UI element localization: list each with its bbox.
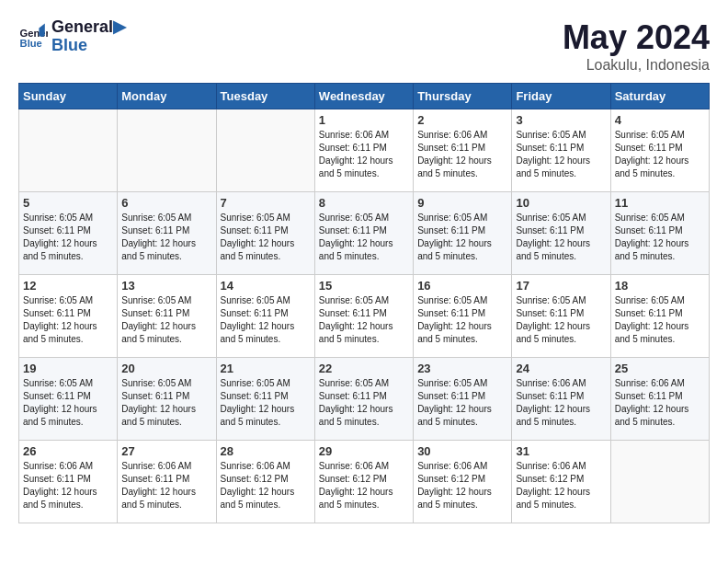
title-block: May 2024 Loakulu, Indonesia: [563, 18, 710, 74]
calendar-cell: 5Sunrise: 6:05 AM Sunset: 6:11 PM Daylig…: [19, 192, 118, 275]
day-info: Sunrise: 6:06 AM Sunset: 6:11 PM Dayligh…: [23, 460, 113, 511]
calendar-cell: 23Sunrise: 6:05 AM Sunset: 6:11 PM Dayli…: [414, 358, 512, 441]
day-info: Sunrise: 6:05 AM Sunset: 6:11 PM Dayligh…: [221, 212, 311, 263]
day-number: 4: [615, 113, 705, 127]
logo-general: General▶: [51, 18, 126, 37]
svg-text:Blue: Blue: [20, 38, 42, 49]
calendar-cell: 8Sunrise: 6:05 AM Sunset: 6:11 PM Daylig…: [314, 192, 413, 275]
logo-blue: Blue: [51, 37, 126, 55]
day-info: Sunrise: 6:06 AM Sunset: 6:11 PM Dayligh…: [516, 377, 606, 429]
day-number: 28: [221, 444, 311, 458]
calendar-cell: 30Sunrise: 6:06 AM Sunset: 6:12 PM Dayli…: [414, 441, 512, 523]
calendar-cell: [118, 109, 216, 192]
day-number: 13: [121, 279, 211, 293]
day-info: Sunrise: 6:05 AM Sunset: 6:11 PM Dayligh…: [615, 294, 705, 346]
month-title: May 2024: [563, 18, 710, 57]
weekday-header-wednesday: Wednesday: [314, 84, 413, 109]
calendar-cell: 31Sunrise: 6:06 AM Sunset: 6:12 PM Dayli…: [512, 441, 610, 523]
weekday-header-saturday: Saturday: [610, 84, 709, 109]
day-info: Sunrise: 6:06 AM Sunset: 6:11 PM Dayligh…: [121, 460, 211, 511]
day-info: Sunrise: 6:05 AM Sunset: 6:11 PM Dayligh…: [319, 294, 409, 346]
calendar-cell: 3Sunrise: 6:05 AM Sunset: 6:11 PM Daylig…: [512, 109, 610, 192]
calendar-cell: 10Sunrise: 6:05 AM Sunset: 6:11 PM Dayli…: [512, 192, 610, 275]
logo: General Blue General▶ Blue: [18, 18, 126, 55]
day-number: 2: [417, 113, 507, 127]
calendar-cell: 18Sunrise: 6:05 AM Sunset: 6:11 PM Dayli…: [610, 275, 709, 358]
day-info: Sunrise: 6:06 AM Sunset: 6:12 PM Dayligh…: [417, 460, 507, 511]
page-header: General Blue General▶ Blue May 2024 Loak…: [18, 18, 710, 74]
calendar-week-row: 26Sunrise: 6:06 AM Sunset: 6:11 PM Dayli…: [19, 441, 710, 523]
day-info: Sunrise: 6:05 AM Sunset: 6:11 PM Dayligh…: [121, 294, 211, 346]
weekday-header-sunday: Sunday: [19, 84, 118, 109]
day-info: Sunrise: 6:05 AM Sunset: 6:11 PM Dayligh…: [615, 129, 705, 180]
calendar-cell: 9Sunrise: 6:05 AM Sunset: 6:11 PM Daylig…: [414, 192, 512, 275]
calendar-cell: [19, 109, 118, 192]
day-number: 6: [121, 196, 211, 210]
calendar-cell: 4Sunrise: 6:05 AM Sunset: 6:11 PM Daylig…: [610, 109, 709, 192]
day-number: 29: [319, 444, 409, 458]
day-info: Sunrise: 6:05 AM Sunset: 6:11 PM Dayligh…: [121, 212, 211, 263]
day-number: 14: [221, 279, 311, 293]
day-number: 9: [417, 196, 507, 210]
day-number: 31: [516, 444, 606, 458]
calendar-cell: 24Sunrise: 6:06 AM Sunset: 6:11 PM Dayli…: [512, 358, 610, 441]
calendar-cell: 27Sunrise: 6:06 AM Sunset: 6:11 PM Dayli…: [118, 441, 216, 523]
day-info: Sunrise: 6:05 AM Sunset: 6:11 PM Dayligh…: [417, 212, 507, 263]
calendar-cell: 12Sunrise: 6:05 AM Sunset: 6:11 PM Dayli…: [19, 275, 118, 358]
calendar-cell: [216, 109, 314, 192]
calendar-week-row: 5Sunrise: 6:05 AM Sunset: 6:11 PM Daylig…: [19, 192, 710, 275]
day-info: Sunrise: 6:05 AM Sunset: 6:11 PM Dayligh…: [23, 377, 113, 429]
day-number: 22: [319, 362, 409, 375]
day-info: Sunrise: 6:05 AM Sunset: 6:11 PM Dayligh…: [417, 377, 507, 429]
day-info: Sunrise: 6:05 AM Sunset: 6:11 PM Dayligh…: [615, 212, 705, 263]
calendar-cell: 14Sunrise: 6:05 AM Sunset: 6:11 PM Dayli…: [216, 275, 314, 358]
day-info: Sunrise: 6:06 AM Sunset: 6:11 PM Dayligh…: [319, 129, 409, 180]
day-number: 5: [23, 196, 113, 210]
weekday-header-tuesday: Tuesday: [216, 84, 314, 109]
day-number: 10: [516, 196, 606, 210]
day-number: 15: [319, 279, 409, 293]
weekday-header-monday: Monday: [118, 84, 216, 109]
day-info: Sunrise: 6:06 AM Sunset: 6:12 PM Dayligh…: [221, 460, 311, 511]
day-number: 11: [615, 196, 705, 210]
day-info: Sunrise: 6:05 AM Sunset: 6:11 PM Dayligh…: [516, 212, 606, 263]
day-info: Sunrise: 6:05 AM Sunset: 6:11 PM Dayligh…: [23, 294, 113, 346]
day-number: 7: [221, 196, 311, 210]
calendar-cell: 21Sunrise: 6:05 AM Sunset: 6:11 PM Dayli…: [216, 358, 314, 441]
weekday-header-row: SundayMondayTuesdayWednesdayThursdayFrid…: [19, 84, 710, 109]
calendar-cell: 15Sunrise: 6:05 AM Sunset: 6:11 PM Dayli…: [314, 275, 413, 358]
calendar-cell: 25Sunrise: 6:06 AM Sunset: 6:11 PM Dayli…: [610, 358, 709, 441]
calendar-cell: 1Sunrise: 6:06 AM Sunset: 6:11 PM Daylig…: [314, 109, 413, 192]
day-number: 17: [516, 279, 606, 293]
day-number: 26: [23, 444, 113, 458]
weekday-header-friday: Friday: [512, 84, 610, 109]
calendar-cell: 20Sunrise: 6:05 AM Sunset: 6:11 PM Dayli…: [118, 358, 216, 441]
day-info: Sunrise: 6:05 AM Sunset: 6:11 PM Dayligh…: [319, 377, 409, 429]
calendar-cell: 7Sunrise: 6:05 AM Sunset: 6:11 PM Daylig…: [216, 192, 314, 275]
day-info: Sunrise: 6:05 AM Sunset: 6:11 PM Dayligh…: [121, 377, 211, 429]
day-info: Sunrise: 6:05 AM Sunset: 6:11 PM Dayligh…: [516, 294, 606, 346]
calendar-cell: 2Sunrise: 6:06 AM Sunset: 6:11 PM Daylig…: [414, 109, 512, 192]
calendar-cell: 19Sunrise: 6:05 AM Sunset: 6:11 PM Dayli…: [19, 358, 118, 441]
calendar-cell: [610, 441, 709, 523]
calendar-cell: 26Sunrise: 6:06 AM Sunset: 6:11 PM Dayli…: [19, 441, 118, 523]
day-info: Sunrise: 6:05 AM Sunset: 6:11 PM Dayligh…: [221, 294, 311, 346]
day-number: 25: [615, 362, 705, 375]
calendar-cell: 6Sunrise: 6:05 AM Sunset: 6:11 PM Daylig…: [118, 192, 216, 275]
day-info: Sunrise: 6:05 AM Sunset: 6:11 PM Dayligh…: [516, 129, 606, 180]
day-info: Sunrise: 6:05 AM Sunset: 6:11 PM Dayligh…: [221, 377, 311, 429]
calendar-cell: 16Sunrise: 6:05 AM Sunset: 6:11 PM Dayli…: [414, 275, 512, 358]
calendar-week-row: 12Sunrise: 6:05 AM Sunset: 6:11 PM Dayli…: [19, 275, 710, 358]
day-number: 21: [221, 362, 311, 375]
day-info: Sunrise: 6:06 AM Sunset: 6:12 PM Dayligh…: [516, 460, 606, 511]
day-number: 8: [319, 196, 409, 210]
day-number: 23: [417, 362, 507, 375]
calendar-cell: 22Sunrise: 6:05 AM Sunset: 6:11 PM Dayli…: [314, 358, 413, 441]
day-info: Sunrise: 6:06 AM Sunset: 6:11 PM Dayligh…: [615, 377, 705, 429]
day-number: 1: [319, 113, 409, 127]
day-number: 27: [121, 444, 211, 458]
day-info: Sunrise: 6:06 AM Sunset: 6:11 PM Dayligh…: [417, 129, 507, 180]
day-number: 24: [516, 362, 606, 375]
calendar-week-row: 1Sunrise: 6:06 AM Sunset: 6:11 PM Daylig…: [19, 109, 710, 192]
day-number: 19: [23, 362, 113, 375]
